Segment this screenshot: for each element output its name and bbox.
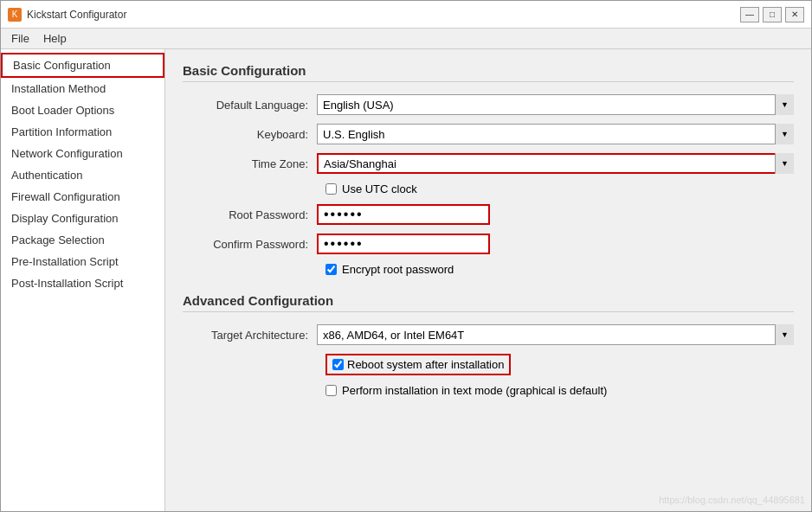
main-content: Basic Configuration Installation Method … [1, 49, 811, 511]
app-icon: K [8, 8, 22, 22]
content-area: Basic Configuration Default Language: En… [165, 49, 811, 511]
sidebar-item-firewall-config[interactable]: Firewall Configuration [1, 186, 164, 208]
basic-config-title: Basic Configuration [183, 63, 794, 82]
sidebar-item-package-selection[interactable]: Package Selection [1, 229, 164, 251]
root-password-control [317, 204, 794, 225]
utc-clock-label[interactable]: Use UTC clock [342, 182, 417, 195]
utc-clock-checkbox[interactable] [325, 183, 337, 195]
sidebar-item-network-config[interactable]: Network Configuration [1, 143, 164, 164]
advanced-config-title: Advanced Configuration [183, 293, 794, 312]
keyboard-select-wrapper: U.S. English ▼ [317, 124, 794, 144]
confirm-password-row: Confirm Password: [183, 234, 794, 254]
menu-bar: File Help [1, 29, 811, 49]
text-mode-label[interactable]: Perform installation in text mode (graph… [342, 384, 607, 397]
default-language-label: Default Language: [183, 99, 317, 112]
sidebar-item-install-method[interactable]: Installation Method [1, 78, 164, 99]
confirm-password-label: Confirm Password: [183, 238, 317, 251]
keyboard-label: Keyboard: [183, 128, 317, 141]
timezone-select[interactable]: Asia/Shanghai [317, 153, 794, 174]
keyboard-control: U.S. English ▼ [317, 124, 794, 144]
encrypt-password-checkbox[interactable] [325, 264, 337, 275]
utc-clock-row: Use UTC clock [325, 182, 794, 195]
window-title: Kickstart Configurator [27, 9, 126, 21]
confirm-password-input[interactable] [317, 234, 490, 254]
reboot-checkbox[interactable] [332, 359, 344, 370]
timezone-row: Time Zone: Asia/Shanghai ▼ [183, 153, 794, 174]
target-arch-row: Target Architecture: x86, AMD64, or Inte… [183, 324, 794, 345]
target-arch-select[interactable]: x86, AMD64, or Intel EM64T [317, 324, 794, 345]
menu-file[interactable]: File [4, 30, 36, 47]
timezone-select-wrapper: Asia/Shanghai ▼ [317, 153, 794, 174]
advanced-config-section: Advanced Configuration Target Architectu… [183, 293, 794, 397]
encrypt-password-label[interactable]: Encrypt root password [342, 263, 454, 276]
sidebar: Basic Configuration Installation Method … [1, 49, 165, 511]
target-arch-select-wrapper: x86, AMD64, or Intel EM64T ▼ [317, 324, 794, 345]
sidebar-item-partition-info[interactable]: Partition Information [1, 121, 164, 143]
sidebar-item-display-config[interactable]: Display Configuration [1, 208, 164, 229]
keyboard-select[interactable]: U.S. English [317, 124, 794, 144]
sidebar-item-basic-config[interactable]: Basic Configuration [1, 53, 164, 78]
root-password-row: Root Password: [183, 204, 794, 225]
sidebar-item-authentication[interactable]: Authentication [1, 164, 164, 186]
default-language-control: English (USA) ▼ [317, 94, 794, 115]
root-password-label: Root Password: [183, 208, 317, 221]
default-language-select-wrapper: English (USA) ▼ [317, 94, 794, 115]
maximize-button[interactable]: □ [763, 7, 782, 22]
target-arch-control: x86, AMD64, or Intel EM64T ▼ [317, 324, 794, 345]
window-controls: — □ ✕ [740, 7, 804, 22]
root-password-input[interactable] [317, 204, 490, 225]
sidebar-item-post-install[interactable]: Post-Installation Script [1, 272, 164, 294]
text-mode-row: Perform installation in text mode (graph… [325, 384, 794, 397]
minimize-button[interactable]: — [740, 7, 759, 22]
main-window: K Kickstart Configurator — □ ✕ File Help… [0, 0, 812, 512]
close-button[interactable]: ✕ [785, 7, 804, 22]
sidebar-item-pre-install[interactable]: Pre-Installation Script [1, 251, 164, 272]
sidebar-item-boot-loader[interactable]: Boot Loader Options [1, 99, 164, 121]
title-bar-left: K Kickstart Configurator [8, 8, 126, 22]
default-language-row: Default Language: English (USA) ▼ [183, 94, 794, 115]
reboot-row: Reboot system after installation [325, 354, 511, 375]
menu-help[interactable]: Help [36, 30, 74, 47]
keyboard-row: Keyboard: U.S. English ▼ [183, 124, 794, 144]
encrypt-password-row: Encrypt root password [325, 263, 794, 276]
timezone-label: Time Zone: [183, 157, 317, 170]
text-mode-checkbox[interactable] [325, 385, 337, 396]
timezone-control: Asia/Shanghai ▼ [317, 153, 794, 174]
confirm-password-control [317, 234, 794, 254]
target-arch-label: Target Architecture: [183, 329, 317, 342]
title-bar: K Kickstart Configurator — □ ✕ [1, 1, 811, 29]
watermark: https://blog.csdn.net/qq_44895681 [659, 495, 805, 505]
reboot-label[interactable]: Reboot system after installation [347, 358, 504, 371]
default-language-select[interactable]: English (USA) [317, 94, 794, 115]
